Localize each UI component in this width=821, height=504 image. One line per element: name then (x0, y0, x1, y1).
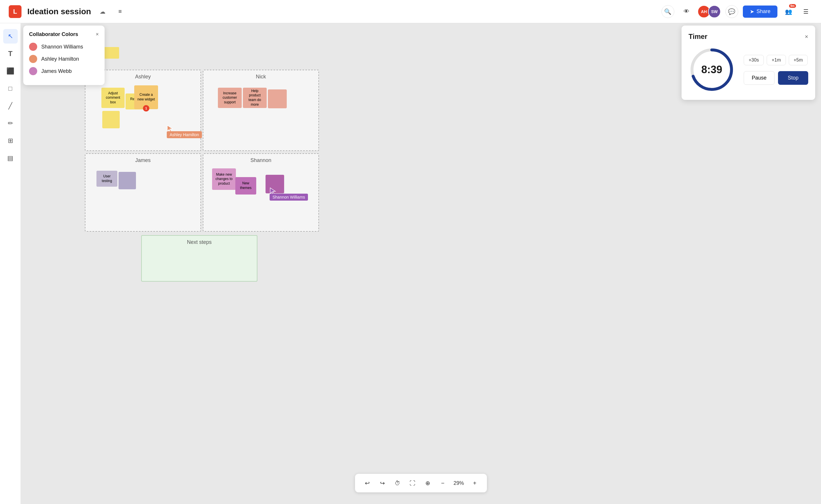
timer-action-btns: Pause Stop (744, 71, 808, 85)
history-icon: ⏱ (394, 480, 400, 487)
sticky-yellow-blank[interactable] (102, 111, 120, 128)
page-title: Ideation session (27, 7, 91, 16)
quadrant-james: James User testing (85, 153, 201, 232)
frame-icon: ⬛ (6, 67, 14, 75)
sidebar-tool-pen[interactable]: ✏ (3, 116, 18, 131)
ashley-cursor-label: Ashley Hamilton (167, 131, 202, 138)
sticky-purple-blank[interactable] (118, 172, 136, 189)
collab-close-button[interactable]: × (96, 31, 99, 37)
collab-name-ashley: Ashley Hamilton (41, 56, 79, 62)
sidebar-tool-grid[interactable]: ⊞ (3, 134, 18, 148)
redo-icon: ↪ (380, 480, 385, 487)
topbar-right: 👁 AH SW 💬 ➤ Share 👥 9m ☰ (680, 5, 812, 18)
people-badge: 9m (789, 4, 796, 8)
select-icon: ↖ (8, 33, 13, 40)
collab-dot-shannon (29, 43, 37, 51)
timer-plus5m[interactable]: +5m (789, 55, 808, 65)
timer-stop-button[interactable]: Stop (778, 71, 808, 85)
sidebar-tool-table[interactable]: ▤ (3, 151, 18, 165)
collab-name-shannon: Shannon Williams (41, 44, 83, 50)
fullscreen-button[interactable]: ⛶ (406, 477, 419, 489)
history-button[interactable]: ⏱ (391, 477, 404, 489)
collab-dot-ashley (29, 55, 37, 63)
eye-button[interactable]: 👁 (680, 5, 693, 18)
app-logo[interactable]: L (9, 5, 21, 18)
table-icon: ▤ (7, 154, 13, 162)
zoom-level: 29% (452, 480, 466, 486)
list-icon: ☰ (803, 8, 809, 15)
sticky-user-testing[interactable]: User testing (96, 171, 117, 187)
undo-button[interactable]: ↩ (361, 477, 373, 489)
next-steps-label: Next steps (187, 239, 211, 245)
timer-body: 8:39 +30s +1m +5m Pause Stop (689, 46, 808, 93)
shannon-cursor: Shannon Williams (269, 187, 276, 196)
sidebar-tool-frame[interactable]: ⬛ (3, 64, 18, 78)
quadrant-james-label: James (135, 157, 150, 163)
sticky-create-widget[interactable]: Create a new widget 1 (134, 85, 158, 109)
timer-panel: Timer × 8:39 +30s +1m +5m Pause Stop (682, 26, 815, 100)
share-icon: ➤ (750, 8, 754, 15)
bottom-toolbar: ↩ ↪ ⏱ ⛶ ⊕ − 29% + (355, 474, 487, 492)
people-button[interactable]: 👥 9m (782, 5, 795, 18)
timer-plus1m[interactable]: +1m (767, 55, 786, 65)
timer-circle: 8:39 (689, 46, 735, 93)
quadrant-shannon: Shannon Make new changes to product New … (203, 153, 319, 232)
collaborator-colors-panel: Collaborator Colors × Shannon Williams A… (23, 26, 105, 85)
sidebar-tool-rect[interactable]: □ (3, 81, 18, 96)
sidebar: ↖ T ⬛ □ ╱ ✏ ⊞ ▤ (0, 23, 21, 504)
timer-controls: +30s +1m +5m Pause Stop (744, 55, 808, 85)
sticky-adjust[interactable]: Adjust comment box (101, 88, 125, 108)
sticky-make-changes[interactable]: Make new changes to product (212, 168, 236, 190)
timer-pause-button[interactable]: Pause (744, 71, 775, 85)
redo-button[interactable]: ↪ (376, 477, 389, 489)
text-icon: T (8, 50, 12, 58)
list-button[interactable]: ☰ (800, 5, 812, 18)
search-button[interactable]: 🔍 (662, 5, 674, 18)
sidebar-tool-text[interactable]: T (3, 46, 18, 61)
people-icon: 👥 (785, 8, 792, 15)
sticky-new-themes[interactable]: New themes (235, 177, 256, 195)
timer-close-button[interactable]: × (805, 33, 808, 40)
timer-plus30s[interactable]: +30s (744, 55, 764, 65)
collab-panel-title: Collaborator Colors (29, 31, 78, 37)
collab-panel-header: Collaborator Colors × (29, 31, 99, 37)
rect-icon: □ (8, 85, 12, 92)
avatar-sw[interactable]: SW (708, 5, 721, 18)
menu-icon: ≡ (118, 8, 122, 15)
location-button[interactable]: ⊕ (421, 477, 434, 489)
quadrant-nick-label: Nick (256, 74, 266, 80)
fullscreen-icon: ⛶ (409, 480, 416, 487)
sidebar-tool-line[interactable]: ╱ (3, 99, 18, 113)
menu-button[interactable]: ≡ (114, 6, 126, 17)
quadrant-nick: Nick Increase customer support Help prod… (203, 70, 319, 151)
zoom-in-button[interactable]: + (468, 477, 481, 489)
collab-dot-james (29, 67, 37, 75)
location-icon: ⊕ (425, 480, 430, 487)
shannon-cursor-label: Shannon Williams (269, 194, 308, 201)
cloud-button[interactable]: ☁ (97, 6, 108, 17)
sidebar-tool-select[interactable]: ↖ (3, 29, 18, 44)
sticky-pink-blank[interactable] (268, 89, 287, 108)
timer-quick-btns: +30s +1m +5m (744, 55, 808, 65)
zoom-in-icon: + (473, 480, 477, 487)
collab-item-ashley: Ashley Hamilton (29, 55, 99, 63)
collab-name-james: James Webb (41, 68, 72, 74)
timer-title: Timer (689, 33, 707, 41)
zoom-out-icon: − (441, 480, 445, 487)
grid-icon: ⊞ (8, 137, 13, 145)
line-icon: ╱ (8, 102, 12, 110)
eye-icon: 👁 (684, 8, 689, 15)
collab-item-shannon: Shannon Williams (29, 43, 99, 51)
comment-icon: 💬 (728, 8, 735, 15)
share-button[interactable]: ➤ Share (743, 6, 777, 18)
timer-display: 8:39 (701, 64, 722, 76)
collab-item-james: James Webb (29, 67, 99, 75)
sticky-increase-support[interactable]: Increase customer support (218, 88, 242, 108)
zoom-out-button[interactable]: − (437, 477, 449, 489)
topbar: L Ideation session ☁ ≡ 🔍 👁 AH SW 💬 ➤ Sha… (0, 0, 821, 23)
cloud-icon: ☁ (100, 8, 105, 15)
sticky-help-product[interactable]: Help product team do more (243, 88, 267, 108)
undo-icon: ↩ (365, 480, 370, 487)
comment-button[interactable]: 💬 (725, 5, 738, 18)
timer-panel-header: Timer × (689, 33, 808, 41)
